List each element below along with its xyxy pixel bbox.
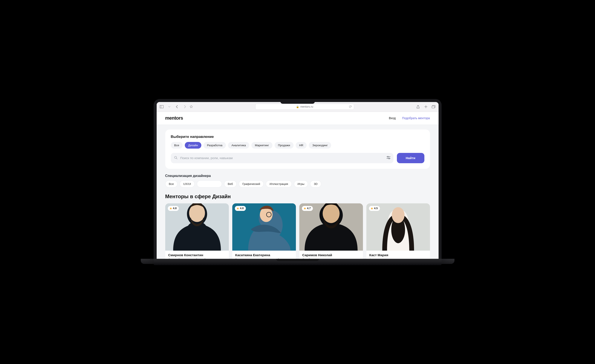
specialization-pill[interactable]: UX/UI	[180, 180, 195, 188]
page: mentors Вход Подобрать ментора Выберите …	[157, 112, 439, 259]
lock-icon: 🔒	[296, 105, 299, 108]
specialization-pill[interactable]: Иллюстрация	[266, 180, 292, 188]
star-icon: ★	[371, 207, 373, 210]
share-icon[interactable]	[416, 105, 420, 109]
mentor-card[interactable]: ★4.7Саримов НиколайДизайн лидVVKННиколай…	[299, 203, 363, 259]
laptop-base	[154, 259, 442, 265]
specialization-pill[interactable]: Все	[165, 180, 177, 188]
header-nav: Вход Подобрать ментора	[389, 116, 430, 120]
mentor-meta: Смирнов КонстантинСтарший продуктовый ди…	[165, 251, 229, 259]
screen: 🔒 mentors.ru	[157, 102, 439, 259]
direction-filter-card: Выберите направление ВсеДизайнРазработка…	[165, 129, 430, 169]
rating-value: 4.5	[374, 207, 378, 210]
find-mentor-link[interactable]: Подобрать ментора	[402, 116, 430, 120]
direction-pill[interactable]: Продажи	[275, 142, 294, 149]
mentor-card[interactable]: ★4.8Смирнов КонстантинСтарший продуктовы…	[165, 203, 229, 259]
search-button[interactable]: Найти	[397, 153, 424, 163]
mentor-card[interactable]: ★4.8Касаткина ЕкатеринаРуководитель напр…	[232, 203, 296, 259]
filter-sliders-icon[interactable]	[387, 156, 390, 160]
direction-pill[interactable]: Все	[171, 142, 183, 149]
mentor-role: Старший продуктовый дизайнер	[168, 258, 226, 259]
mentor-role: Арт-директор	[369, 258, 427, 259]
reload-icon[interactable]	[348, 105, 352, 109]
direction-pill[interactable]: Аналитика	[228, 142, 249, 149]
url-label: mentors.ru	[300, 105, 313, 108]
mentor-photo: ★4.5	[366, 203, 430, 251]
specialization-pill[interactable]: Продуктовый	[197, 180, 222, 188]
specialization-title: Специализация дизайнера	[165, 174, 430, 178]
listing-title: Менторы в сфере Дизайн	[165, 194, 430, 200]
direction-pill[interactable]: Дизайн	[185, 142, 201, 149]
forward-icon[interactable]	[183, 105, 187, 109]
laptop-frame: 🔒 mentors.ru	[154, 99, 442, 265]
site-header: mentors Вход Подобрать ментора	[157, 112, 439, 125]
screen-bezel: 🔒 mentors.ru	[154, 99, 442, 259]
mentor-meta: Саримов НиколайДизайн лидVVKННиколай и К…	[299, 251, 363, 259]
rating-badge: ★4.5	[369, 206, 380, 211]
star-icon: ★	[304, 207, 306, 210]
svg-rect-0	[160, 105, 163, 108]
mentor-name: Каст Мария	[369, 253, 427, 257]
toolbar-right	[416, 105, 436, 109]
star-icon: ★	[170, 207, 172, 210]
mentor-photo: ★4.7	[299, 203, 363, 251]
rating-value: 4.8	[173, 207, 177, 210]
mentor-name: Саримов Николай	[302, 253, 360, 257]
back-icon[interactable]	[175, 105, 179, 109]
star-icon: ★	[237, 207, 239, 210]
display-notch	[280, 99, 315, 104]
search-input[interactable]	[180, 156, 384, 160]
mentor-meta: Касаткина ЕкатеринаРуководитель направле…	[232, 251, 296, 259]
direction-title: Выберите направление	[171, 135, 424, 139]
rating-badge: ★4.8	[235, 206, 246, 211]
search-box	[171, 153, 393, 163]
svg-rect-3	[432, 106, 435, 108]
sidebar-toggle-icon[interactable]	[160, 105, 163, 109]
direction-pill[interactable]: Маркетинг	[251, 142, 272, 149]
direction-pill[interactable]: Зерокодинг	[309, 142, 331, 149]
mentor-card[interactable]: ★4.5Каст МарияАрт-директорЯЯндексЦЦиан	[366, 203, 430, 259]
specialization-pill[interactable]: Веб	[224, 180, 237, 188]
direction-pill[interactable]: Разработка	[204, 142, 226, 149]
direction-pills: ВсеДизайнРазработкаАналитикаМаркетингПро…	[171, 142, 424, 149]
rating-value: 4.8	[240, 207, 244, 210]
mentor-photo: ★4.8	[165, 203, 229, 251]
trackpad-notch	[276, 259, 319, 261]
svg-line-5	[176, 158, 177, 159]
specialization-pills: ВсеUX/UIПродуктовыйВебГрафическийИллюстр…	[165, 180, 430, 188]
content: Выберите направление ВсеДизайнРазработка…	[157, 125, 439, 259]
address-bar[interactable]: 🔒 mentors.ru	[255, 104, 354, 110]
svg-point-7	[387, 156, 388, 157]
mentor-photo: ★4.8	[232, 203, 296, 251]
search-row: Найти	[171, 153, 424, 163]
mentor-grid: ★4.8Смирнов КонстантинСтарший продуктовы…	[165, 203, 430, 259]
mentor-name: Смирнов Константин	[168, 253, 226, 257]
direction-pill[interactable]: HR	[296, 142, 307, 149]
chevron-down-icon[interactable]	[167, 105, 171, 109]
brand-logo[interactable]: mentors	[165, 115, 183, 121]
mentor-name: Касаткина Екатерина	[235, 253, 293, 257]
tabs-overview-icon[interactable]	[432, 105, 436, 109]
new-tab-icon[interactable]	[424, 105, 428, 109]
rating-value: 4.7	[307, 207, 311, 210]
search-icon	[174, 156, 178, 161]
mentor-meta: Каст МарияАрт-директорЯЯндексЦЦиан	[366, 251, 430, 259]
rating-badge: ★4.8	[168, 206, 179, 211]
svg-point-16	[323, 204, 340, 223]
address-bar-wrapper: 🔒 mentors.ru	[196, 104, 414, 110]
specialization-pill[interactable]: Графический	[239, 180, 264, 188]
svg-point-18	[392, 207, 404, 223]
rating-badge: ★4.7	[302, 206, 313, 211]
bookmark-star-icon[interactable]	[189, 105, 193, 109]
specialization-pill[interactable]: 3D	[310, 180, 321, 188]
toolbar-left	[160, 105, 187, 109]
specialization-pill[interactable]: Игры	[294, 180, 308, 188]
login-link[interactable]: Вход	[389, 116, 396, 120]
svg-point-9	[389, 158, 390, 159]
